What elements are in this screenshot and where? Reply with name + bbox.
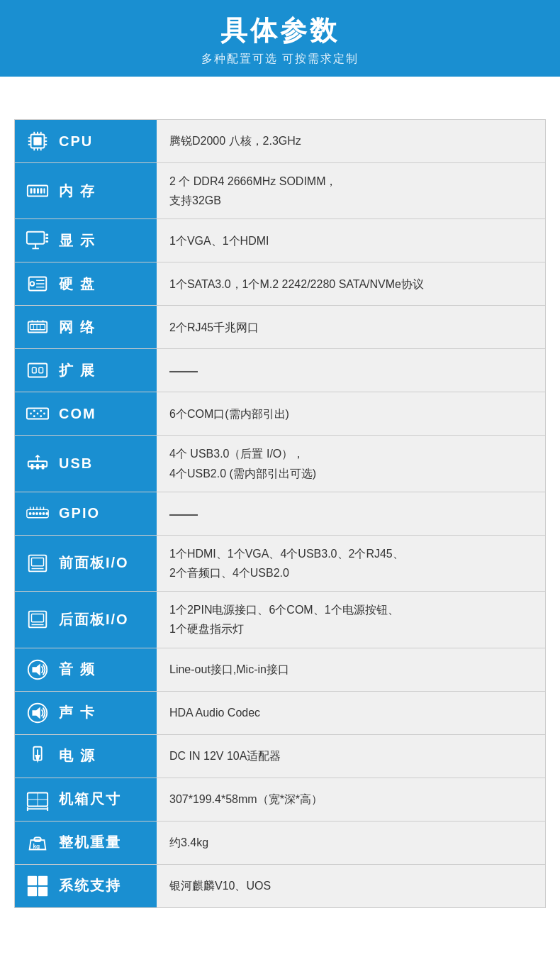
spec-label-network: 网 络 [15,306,157,348]
svg-rect-52 [36,464,39,470]
spec-value-rear-io: 1个2PIN电源接口、6个COM、1个电源按钮、1个硬盘指示灯 [157,592,545,647]
svg-point-27 [30,282,35,287]
spec-label-gpio: GPIO [15,492,157,535]
storage-icon [23,270,52,298]
spec-label-text-audio: 音 频 [59,660,96,679]
spec-value-text-storage: 1个SATA3.0，1个M.2 2242/2280 SATA/NVMe协议 [169,275,424,294]
svg-marker-55 [35,454,40,457]
spec-label-weight: kg 整机重量 [15,822,157,864]
spec-value-memory: 2 个 DDR4 2666MHz SODIMM，支持32GB [157,163,545,218]
table-row: CPU腾锐D2000 八核，2.3GHz [15,120,545,163]
spec-label-cpu: CPU [15,120,157,162]
svg-rect-17 [37,188,39,194]
svg-marker-80 [35,755,40,763]
spec-value-text-rear-io: 1个2PIN电源接口、6个COM、1个电源按钮、1个硬盘指示灯 [169,600,399,638]
svg-rect-1 [33,137,41,145]
spec-label-display: 显 示 [15,219,157,262]
table-row: 网 络2个RJ45千兆网口 [15,306,545,349]
svg-marker-77 [32,707,40,719]
spec-value-display: 1个VGA、1个HDMI [157,219,545,262]
spec-value-front-io: 1个HDMI、1个VGA、4个USB3.0、2个RJ45、2个音频口、4个USB… [157,536,545,591]
spec-label-text-expansion: 扩 展 [59,361,96,380]
table-row: 显 示1个VGA、1个HDMI [15,219,545,262]
svg-point-60 [39,512,42,515]
svg-rect-16 [33,188,35,194]
svg-rect-69 [32,558,44,565]
spec-value-text-size: 307*199.4*58mm（宽*深*高） [169,790,323,809]
svg-rect-19 [44,188,45,194]
size-icon [23,785,52,814]
spec-label-text-front-io: 前面板I/O [59,553,129,572]
spec-value-os: 银河麒麟V10、UOS [157,865,545,907]
spec-label-storage: 硬 盘 [15,262,157,305]
os-icon [23,872,52,900]
svg-text:kg: kg [33,842,40,849]
svg-rect-20 [27,232,45,244]
spec-value-gpio: —— [157,492,545,535]
svg-rect-89 [28,875,37,885]
spec-label-text-network: 网 络 [59,318,96,337]
svg-point-62 [45,512,48,515]
spec-value-text-usb: 4个 USB3.0（后置 I/O），4个USB2.0 (需内部引出可选) [169,444,316,482]
svg-point-57 [29,512,32,515]
svg-rect-53 [42,464,45,470]
spec-label-com: COM [15,392,157,435]
svg-rect-25 [45,240,48,243]
spec-value-audio: Line-out接口,Mic-in接口 [157,648,545,691]
spec-label-rear-io: 后面板I/O [15,592,157,647]
spec-value-text-weight: 约3.4kg [169,833,208,852]
spec-value-sound-card: HDA Audio Codec [157,692,545,734]
spec-value-weight: 约3.4kg [157,822,545,864]
spec-value-text-com: 6个COM口(需内部引出) [169,404,289,424]
spec-value-text-memory: 2 个 DDR4 2666MHz SODIMM，支持32GB [169,172,337,210]
svg-rect-72 [32,614,44,622]
table-row: 扩 展—— [15,349,545,392]
spec-value-size: 307*199.4*58mm（宽*深*高） [157,778,545,821]
table-row: 内 存2 个 DDR4 2666MHz SODIMM，支持32GB [15,163,545,219]
table-row: 机箱尺寸307*199.4*58mm（宽*深*高） [15,778,545,822]
table-row: 系统支持银河麒麟V10、UOS [15,865,545,907]
table-row: USB4个 USB3.0（后置 I/O），4个USB2.0 (需内部引出可选) [15,436,545,492]
table-row: GPIO—— [15,492,545,536]
spec-label-text-rear-io: 后面板I/O [59,610,129,629]
rear-panel-icon [23,605,52,634]
spec-label-text-cpu: CPU [59,133,93,150]
svg-point-44 [33,410,35,412]
spec-label-text-gpio: GPIO [59,505,100,521]
spec-value-text-power: DC IN 12V 10A适配器 [169,746,281,765]
svg-rect-39 [28,364,47,377]
svg-rect-51 [31,464,34,470]
spec-label-text-usb: USB [59,455,93,472]
spec-value-storage: 1个SATA3.0，1个M.2 2242/2280 SATA/NVMe协议 [157,262,545,305]
audio-icon [23,655,52,684]
svg-rect-23 [45,234,48,236]
gpio-icon [23,499,52,528]
spec-value-power: DC IN 12V 10A适配器 [157,735,545,778]
spec-label-text-sound-card: 声 卡 [59,703,96,722]
spec-label-expansion: 扩 展 [15,349,157,392]
svg-rect-31 [28,322,47,333]
spec-value-text-cpu: 腾锐D2000 八核，2.3GHz [169,131,301,150]
svg-rect-90 [38,875,47,885]
spec-label-text-memory: 内 存 [59,182,96,201]
svg-rect-15 [30,188,33,194]
spec-label-text-power: 电 源 [59,746,96,765]
page-title: 具体参数 [0,13,560,49]
spec-label-sound-card: 声 卡 [15,692,157,734]
usb-icon [23,450,52,478]
spec-label-audio: 音 频 [15,648,157,691]
spec-label-size: 机箱尺寸 [15,778,157,821]
svg-rect-35 [30,325,45,331]
network-icon [23,313,52,341]
header: 具体参数 多种配置可选 可按需求定制 [0,0,560,77]
spec-value-text-expansion: —— [169,358,198,382]
memory-icon [23,177,52,205]
cpu-icon [23,127,52,155]
power-icon [23,742,52,770]
svg-point-49 [40,416,42,418]
weight-icon: kg [23,829,52,857]
svg-rect-40 [32,368,36,374]
svg-point-47 [43,413,45,415]
spec-value-text-display: 1个VGA、1个HDMI [169,231,269,250]
spec-label-text-com: COM [59,406,96,422]
